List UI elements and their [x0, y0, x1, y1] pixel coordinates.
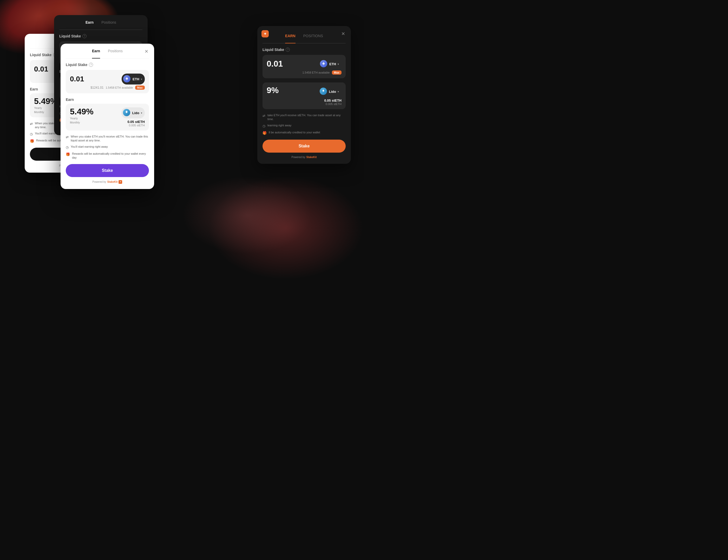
app-logo-right: ✦ — [262, 30, 269, 37]
input-top-front: 0.01 ETH ▾ — [70, 74, 145, 84]
eth-icon-right — [320, 60, 328, 68]
available-row-right: 1.5458 ETH available Max — [267, 70, 342, 75]
swap-icon-white: ⇄ — [30, 122, 33, 126]
eth-token-right: ETH — [329, 62, 336, 66]
token-selector-right[interactable]: ETH ▾ — [319, 58, 342, 69]
lido-selector-front[interactable]: Lido ▾ — [121, 107, 145, 118]
info-text-1-right: take ETH you'll receive stETH. You can t… — [268, 113, 346, 121]
available-row-front: $1241.01 1.5458 ETH available Max — [70, 86, 145, 90]
earn-left-right: 9% — [267, 86, 279, 94]
earn-right-section: Lido ▾ 0.05 stETH 0.005 stETH — [318, 86, 342, 106]
earn-left-front: 5.49% Yearly Monthly — [70, 107, 94, 124]
lido-token-name-front: Lido — [132, 111, 139, 115]
eth-main-icon-right — [320, 60, 327, 67]
powered-by-right: Powered by StakeKit — [263, 156, 346, 159]
help-icon-front[interactable]: ? — [89, 63, 93, 67]
liquid-stake-row-front: Liquid Stake ? — [66, 63, 149, 67]
eth-main-icon-front — [123, 75, 131, 82]
lido-token-right: Lido — [329, 90, 336, 94]
tab-positions-dark-mid[interactable]: Positions — [101, 20, 116, 27]
gift-icon-front: 🎁 — [66, 152, 70, 157]
eth-icon-front — [123, 75, 131, 83]
stakekit-icon-front: ✦ — [119, 180, 122, 184]
input-amount-front[interactable]: 0.01 — [70, 75, 84, 83]
stake-button-front[interactable]: Stake — [66, 164, 149, 177]
help-icon-dark-mid[interactable]: ? — [82, 34, 87, 38]
earn-top-front: 5.49% Yearly Monthly Lido ▾ — [70, 107, 145, 127]
clock-icon-right: ◷ — [263, 124, 265, 128]
info-text-2-front: You'll start earning right away — [71, 145, 108, 149]
cards-container: Earn Positions Liquid Stake ? 0.01 ETH ▾ — [0, 0, 364, 280]
tabs-front: Earn Positions — [66, 49, 149, 58]
info-item-2-right: ◷ learning right away — [263, 123, 346, 128]
close-button-front[interactable]: ✕ — [143, 48, 150, 55]
info-item-1-front: ⇄ When you stake ETH you'll receive stET… — [66, 135, 149, 143]
powered-by-front: Powered by StakeKit ✦ — [66, 180, 149, 184]
input-amount-white[interactable]: 0.01 — [34, 65, 48, 73]
info-item-2-front: ◷ You'll start earning right away — [66, 145, 149, 150]
powered-by-text-front: Powered by — [93, 180, 106, 183]
liquid-stake-label-right: Liquid Stake — [263, 48, 284, 52]
liquid-stake-row-right: Liquid Stake ? — [263, 48, 346, 52]
eth-chevron-right: ▾ — [338, 63, 339, 66]
eth-chevron-front: ▾ — [141, 78, 142, 81]
tab-earn-front[interactable]: Earn — [92, 49, 100, 55]
yearly-value-front: 0.05 stETH — [121, 120, 145, 124]
card-white-front: ✕ Earn Positions Liquid Stake ? 0.01 — [61, 44, 154, 189]
svg-point-6 — [126, 111, 127, 113]
swap-icon-right: ⇄ — [263, 114, 265, 118]
earn-section-right: 9% Lido ▾ 0.05 stETH 0.005 s — [263, 82, 346, 109]
amount-right[interactable]: 0.01 — [267, 59, 283, 69]
tab-earn-dark-mid[interactable]: Earn — [86, 20, 94, 27]
card-dark-right: ✦ ✕ EARN POSITIONS Liquid Stake ? 0.01 — [257, 26, 351, 164]
lido-main-icon-front — [123, 109, 130, 116]
info-item-1-right: ⇄ take ETH you'll receive stETH. You can… — [263, 113, 346, 121]
input-area-front: 0.01 ETH ▾ $1241.01 1.5458 ETH available… — [66, 70, 149, 93]
lido-selector-right[interactable]: Lido ▾ — [318, 86, 342, 97]
earn-right-front: Lido ▾ 0.05 stETH 0.005 stETH — [121, 107, 145, 127]
lido-chevron-front: ▾ — [141, 112, 142, 114]
info-list-right: ⇄ take ETH you'll receive stETH. You can… — [263, 113, 346, 135]
lido-main-right — [320, 88, 327, 95]
earn-rate-front: 5.49% — [70, 107, 94, 116]
info-list-front: ⇄ When you stake ETH you'll receive stET… — [66, 135, 149, 160]
earn-rate-right: 9% — [267, 86, 279, 94]
help-icon-right[interactable]: ? — [286, 48, 290, 52]
info-text-3-front: Rewards will be automatically credited t… — [72, 152, 149, 160]
gift-icon-white: 🎁 — [30, 139, 34, 144]
info-text-1-front: When you stake ETH you'll receive stETH.… — [71, 135, 149, 143]
eth-token-front: ETH — [133, 77, 139, 81]
liquid-stake-label-front: Liquid Stake — [66, 63, 87, 67]
svg-point-9 — [323, 90, 324, 92]
token-selector-front[interactable]: ETH ▾ — [122, 74, 145, 84]
clock-icon-front: ◷ — [66, 145, 69, 150]
monthly-value-front: 0.005 stETH — [121, 124, 145, 127]
stake-button-right[interactable]: Stake — [263, 140, 346, 153]
info-text-2-right: learning right away — [268, 123, 291, 127]
info-item-3-right: 🎁 ll be automatically credited to your w… — [263, 131, 346, 135]
eth-avail-right: 1.5458 ETH available — [302, 71, 330, 74]
input-area-right: 0.01 ETH ▾ 1.5458 ETH available Max — [263, 55, 346, 78]
usd-front: $1241.01 — [90, 86, 103, 89]
lido-chevron-right: ▾ — [338, 90, 339, 93]
clock-icon-white: ◷ — [30, 132, 33, 136]
gift-icon-right: 🎁 — [263, 131, 267, 135]
earn-section-front: 5.49% Yearly Monthly Lido ▾ — [66, 104, 149, 131]
tabs-right: EARN POSITIONS — [263, 34, 346, 43]
tab-positions-front[interactable]: Positions — [108, 49, 123, 55]
earn-label-front: Earn — [66, 97, 149, 102]
max-btn-front[interactable]: Max — [135, 86, 145, 90]
tab-earn-right[interactable]: EARN — [285, 34, 296, 40]
info-text-3-right: ll be automatically credited to your wal… — [269, 131, 320, 134]
powered-by-text-right: Powered by — [292, 156, 306, 159]
liquid-stake-row-dark-mid: Liquid Stake ? — [59, 34, 142, 38]
steth-available-right: 0.05 stETH — [318, 99, 342, 102]
max-btn-right[interactable]: Max — [332, 70, 342, 75]
eth-avail-front: 1.5458 ETH available — [106, 86, 133, 89]
swap-icon-front: ⇄ — [66, 135, 69, 140]
input-top-right: 0.01 ETH ▾ — [267, 58, 342, 69]
lido-icon-right — [320, 88, 328, 95]
tab-positions-right[interactable]: POSITIONS — [303, 34, 323, 40]
lido-icon-front — [123, 109, 131, 117]
close-button-right[interactable]: ✕ — [340, 30, 347, 37]
